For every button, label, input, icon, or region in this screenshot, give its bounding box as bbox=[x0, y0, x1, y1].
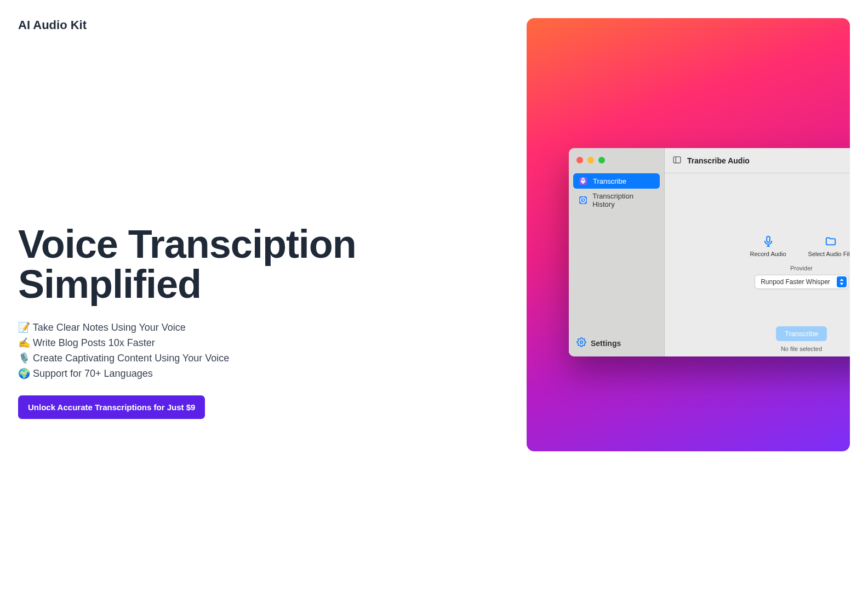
maximize-icon[interactable] bbox=[598, 157, 605, 163]
app-main: Transcribe Audio Record Audio bbox=[665, 148, 850, 356]
app-titlebar: Transcribe Audio bbox=[665, 148, 850, 173]
mic-icon bbox=[579, 177, 587, 185]
cta-button[interactable]: Unlock Accurate Transcriptions for Just … bbox=[18, 395, 205, 419]
svg-rect-5 bbox=[767, 236, 770, 242]
feature-item: 📝 Take Clear Notes Using Your Voice bbox=[18, 320, 505, 336]
hero-title-line1: Voice Transciption bbox=[18, 222, 356, 266]
sidebar-item-transcribe[interactable]: Transcribe bbox=[573, 173, 660, 189]
hero-heading: Voice Transciption Simplified bbox=[18, 224, 505, 305]
toggle-sidebar-icon[interactable] bbox=[672, 155, 682, 166]
select-file-button[interactable]: Select Audio File bbox=[808, 235, 850, 257]
window-controls bbox=[569, 148, 664, 171]
app-sidebar: Transcribe Transcription History bbox=[569, 148, 665, 356]
settings-label: Settings bbox=[591, 339, 621, 348]
select-file-label: Select Audio File bbox=[808, 251, 850, 257]
sidebar-item-label: Transcribe bbox=[593, 177, 626, 185]
window-title: Transcribe Audio bbox=[687, 156, 750, 165]
gear-icon bbox=[576, 337, 586, 349]
product-screenshot-card: Transcribe Transcription History bbox=[527, 18, 850, 451]
feature-item: 🌍 Support for 70+ Languages bbox=[18, 366, 505, 382]
feature-item: 🎙️ Create Captivating Content Using Your… bbox=[18, 351, 505, 366]
provider-label: Provider bbox=[750, 265, 850, 271]
app-content: Record Audio Select Audio File Provider … bbox=[665, 173, 850, 356]
svg-rect-3 bbox=[673, 156, 681, 162]
sidebar-item-settings[interactable]: Settings bbox=[569, 330, 664, 356]
sidebar-item-history[interactable]: Transcription History bbox=[573, 189, 660, 212]
status-text: No file selected bbox=[665, 346, 850, 352]
transcribe-button[interactable]: Transcribe bbox=[776, 326, 827, 341]
app-window: Transcribe Transcription History bbox=[569, 148, 850, 356]
svg-rect-0 bbox=[582, 178, 584, 182]
history-icon bbox=[579, 196, 587, 205]
svg-point-2 bbox=[580, 341, 583, 344]
provider-value: Runpod Faster Whisper bbox=[755, 276, 836, 288]
brand-title: AI Audio Kit bbox=[18, 18, 505, 32]
feature-item: ✍️ Write Blog Posts 10x Faster bbox=[18, 336, 505, 351]
provider-select[interactable]: Runpod Faster Whisper bbox=[755, 275, 848, 289]
minimize-icon[interactable] bbox=[587, 157, 594, 163]
chevron-updown-icon bbox=[837, 276, 847, 287]
record-audio-button[interactable]: Record Audio bbox=[750, 235, 786, 257]
sidebar-item-label: Transcription History bbox=[592, 192, 654, 208]
record-audio-label: Record Audio bbox=[750, 251, 786, 257]
feature-list: 📝 Take Clear Notes Using Your Voice ✍️ W… bbox=[18, 320, 505, 382]
hero-title-line2: Simplified bbox=[18, 262, 201, 306]
close-icon[interactable] bbox=[576, 157, 583, 163]
